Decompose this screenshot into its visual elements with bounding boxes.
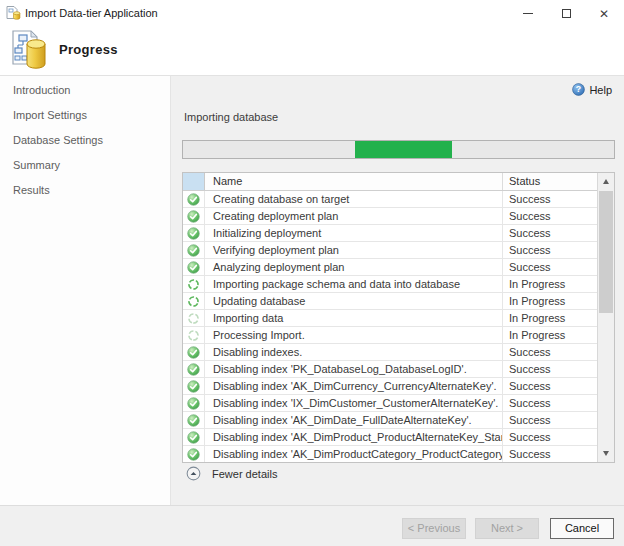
table-row[interactable]: Updating databaseIn Progress	[183, 293, 597, 310]
status-icon-column-header[interactable]	[183, 173, 205, 190]
table-row[interactable]: Disabling index 'IX_DimCustomer_Customer…	[183, 395, 597, 412]
task-status: Success	[503, 208, 597, 224]
success-icon	[183, 412, 205, 428]
close-button[interactable]: ✕	[585, 1, 623, 26]
task-name: Importing data	[205, 310, 503, 326]
task-status: Success	[503, 242, 597, 258]
sidebar-item-database-settings[interactable]: Database Settings	[0, 130, 170, 151]
app-icon	[5, 5, 21, 21]
page-title: Progress	[59, 42, 118, 57]
wizard-header: Progress	[0, 26, 624, 75]
title-bar[interactable]: Import Data-tier Application ✕	[0, 0, 624, 26]
table-row[interactable]: Disabling index 'AK_DimProductCategory_P…	[183, 446, 597, 462]
help-label: Help	[589, 84, 612, 96]
task-name: Creating deployment plan	[205, 208, 503, 224]
sidebar-item-summary[interactable]: Summary	[0, 155, 170, 176]
task-name: Importing package schema and data into d…	[205, 276, 503, 292]
success-icon	[183, 344, 205, 360]
task-status: In Progress	[503, 327, 597, 343]
svg-text:?: ?	[576, 84, 581, 94]
import-progress-bar	[182, 140, 615, 159]
progress-detail-table: Name Status Creating database on targetS…	[182, 172, 615, 463]
help-link[interactable]: ? Help	[572, 83, 612, 96]
task-name: Creating database on target	[205, 191, 503, 207]
task-name: Disabling indexes.	[205, 344, 503, 360]
task-status: Success	[503, 361, 597, 377]
progress-table-rows: Creating database on targetSuccessCreati…	[183, 191, 597, 462]
success-icon	[183, 208, 205, 224]
progress-marquee-block	[355, 141, 452, 158]
table-row[interactable]: Analyzing deployment planSuccess	[183, 259, 597, 276]
task-name: Disabling index 'AK_DimProduct_ProductAl…	[205, 429, 503, 445]
table-row[interactable]: Processing Import.In Progress	[183, 327, 597, 344]
table-main: Name Status Creating database on targetS…	[183, 173, 597, 462]
name-column-header[interactable]: Name	[205, 173, 503, 190]
chevron-down-icon	[603, 451, 609, 456]
task-status: Success	[503, 429, 597, 445]
task-status: In Progress	[503, 310, 597, 326]
task-status: Success	[503, 191, 597, 207]
task-status: Success	[503, 259, 597, 275]
success-icon	[183, 242, 205, 258]
table-row[interactable]: Disabling index 'AK_DimCurrency_Currency…	[183, 378, 597, 395]
next-button[interactable]: Next >	[475, 518, 539, 539]
task-name: Updating database	[205, 293, 503, 309]
task-name: Analyzing deployment plan	[205, 259, 503, 275]
task-status: Success	[503, 412, 597, 428]
table-scrollbar[interactable]	[597, 173, 614, 462]
fewer-details-label: Fewer details	[212, 468, 277, 480]
progress-page-content: ? Help Importing database Name Status Cr…	[170, 75, 624, 505]
task-name: Disabling index 'PK_DatabaseLog_Database…	[205, 361, 503, 377]
maximize-icon	[562, 9, 571, 18]
cancel-button[interactable]: Cancel	[550, 518, 614, 539]
sidebar-item-results[interactable]: Results	[0, 180, 170, 201]
task-name: Disabling index 'IX_DimCustomer_Customer…	[205, 395, 503, 411]
task-status: Success	[503, 378, 597, 394]
in-progress-icon	[183, 276, 205, 292]
previous-button[interactable]: < Previous	[402, 518, 466, 539]
fewer-details-toggle[interactable]: Fewer details	[186, 466, 277, 481]
sidebar-item-introduction[interactable]: Introduction	[0, 80, 170, 101]
success-icon	[183, 446, 205, 462]
success-icon	[183, 259, 205, 275]
task-status: Success	[503, 225, 597, 241]
table-row[interactable]: Disabling index 'AK_DimProduct_ProductAl…	[183, 429, 597, 446]
status-column-header[interactable]: Status	[503, 173, 597, 190]
minimize-icon	[523, 13, 533, 14]
task-name: Processing Import.	[205, 327, 503, 343]
wizard-footer: < Previous Next > Cancel	[0, 505, 624, 546]
wizard-steps-sidebar: Introduction Import Settings Database Se…	[0, 75, 170, 505]
success-icon	[183, 395, 205, 411]
help-icon: ?	[572, 83, 585, 96]
in-progress-icon	[183, 327, 205, 343]
close-icon: ✕	[599, 8, 609, 20]
table-row[interactable]: Initializing deploymentSuccess	[183, 225, 597, 242]
task-name: Verifying deployment plan	[205, 242, 503, 258]
window-controls: ✕	[509, 1, 623, 26]
table-row[interactable]: Creating database on targetSuccess	[183, 191, 597, 208]
chevron-up-icon	[603, 179, 609, 184]
task-status: In Progress	[503, 276, 597, 292]
table-row[interactable]: Disabling indexes.Success	[183, 344, 597, 361]
table-row[interactable]: Importing dataIn Progress	[183, 310, 597, 327]
sidebar-item-import-settings[interactable]: Import Settings	[0, 105, 170, 126]
scroll-up-button[interactable]	[598, 173, 614, 190]
table-row[interactable]: Disabling index 'AK_DimDate_FullDateAlte…	[183, 412, 597, 429]
wizard-buttons: < Previous Next > Cancel	[402, 518, 614, 539]
operation-status-label: Importing database	[184, 111, 278, 123]
in-progress-icon	[183, 293, 205, 309]
scrollbar-thumb[interactable]	[599, 191, 613, 313]
success-icon	[183, 191, 205, 207]
task-name: Disabling index 'AK_DimProductCategory_P…	[205, 446, 503, 462]
table-row[interactable]: Importing package schema and data into d…	[183, 276, 597, 293]
scroll-down-button[interactable]	[598, 445, 614, 462]
table-row[interactable]: Disabling index 'PK_DatabaseLog_Database…	[183, 361, 597, 378]
minimize-button[interactable]	[509, 1, 547, 26]
task-status: Success	[503, 344, 597, 360]
table-row[interactable]: Verifying deployment planSuccess	[183, 242, 597, 259]
maximize-button[interactable]	[547, 1, 585, 26]
success-icon	[183, 225, 205, 241]
task-name: Disabling index 'AK_DimCurrency_Currency…	[205, 378, 503, 394]
in-progress-icon	[183, 310, 205, 326]
table-row[interactable]: Creating deployment planSuccess	[183, 208, 597, 225]
